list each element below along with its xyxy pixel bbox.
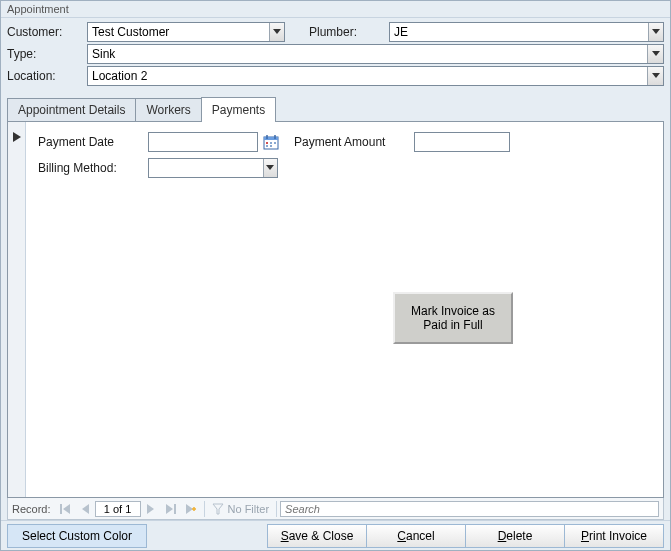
- svg-rect-9: [266, 142, 268, 144]
- filter-indicator[interactable]: No Filter: [208, 503, 274, 515]
- payment-amount-label: Payment Amount: [294, 135, 414, 149]
- chevron-down-icon: [652, 51, 660, 57]
- type-dropdown-button[interactable]: [647, 45, 663, 63]
- record-search-box[interactable]: [280, 501, 659, 517]
- plumber-label: Plumber:: [309, 25, 389, 39]
- svg-rect-11: [274, 142, 276, 144]
- svg-rect-15: [60, 504, 62, 514]
- nav-last-button[interactable]: [161, 499, 181, 519]
- nav-next-icon: [147, 504, 155, 514]
- plumber-input[interactable]: [390, 23, 648, 41]
- record-navigation-bar: Record: No Filter: [7, 498, 664, 520]
- svg-marker-17: [82, 504, 89, 514]
- calendar-icon: [263, 134, 279, 150]
- location-combo[interactable]: [87, 66, 664, 86]
- location-label: Location:: [7, 69, 87, 83]
- appointment-window: Appointment Customer: Plumber: Type:: [0, 0, 671, 551]
- svg-rect-10: [270, 142, 272, 144]
- customer-label: Customer:: [7, 25, 87, 39]
- select-custom-color-button[interactable]: Select Custom Color: [7, 524, 147, 548]
- delete-button[interactable]: Delete: [465, 524, 565, 548]
- plumber-combo[interactable]: [389, 22, 664, 42]
- mark-invoice-paid-button[interactable]: Mark Invoice as Paid in Full: [393, 292, 513, 344]
- cancel-button[interactable]: Cancel: [366, 524, 466, 548]
- svg-rect-20: [174, 504, 176, 514]
- billing-method-input[interactable]: [149, 159, 263, 177]
- nav-new-icon: [186, 504, 196, 514]
- record-selector-bar[interactable]: [8, 122, 26, 497]
- svg-marker-21: [186, 504, 193, 514]
- location-dropdown-button[interactable]: [647, 67, 663, 85]
- nav-new-button[interactable]: [181, 499, 201, 519]
- tab-workers[interactable]: Workers: [135, 98, 201, 121]
- payment-amount-input[interactable]: [414, 132, 510, 152]
- billing-method-dropdown-button[interactable]: [263, 159, 277, 177]
- svg-marker-1: [652, 29, 660, 34]
- type-label: Type:: [7, 47, 87, 61]
- nav-prev-button[interactable]: [75, 499, 95, 519]
- nav-prev-icon: [81, 504, 89, 514]
- no-filter-label: No Filter: [228, 503, 270, 515]
- tab-appointment-details[interactable]: Appointment Details: [7, 98, 136, 121]
- nav-divider: [204, 501, 205, 517]
- record-search-input[interactable]: [281, 502, 658, 516]
- svg-marker-16: [63, 504, 70, 514]
- svg-marker-0: [273, 29, 281, 34]
- plumber-dropdown-button[interactable]: [648, 23, 663, 41]
- chevron-down-icon: [273, 29, 281, 35]
- svg-rect-13: [270, 145, 272, 147]
- nav-next-button[interactable]: [141, 499, 161, 519]
- chevron-down-icon: [266, 165, 274, 171]
- record-nav-label: Record:: [8, 503, 55, 515]
- tab-payments[interactable]: Payments: [201, 97, 276, 122]
- svg-rect-12: [266, 145, 268, 147]
- billing-method-combo[interactable]: [148, 158, 278, 178]
- nav-first-button[interactable]: [55, 499, 75, 519]
- current-record-icon: [13, 132, 21, 142]
- svg-marker-19: [166, 504, 173, 514]
- billing-method-label: Billing Method:: [38, 161, 148, 175]
- header-form: Customer: Plumber: Type:: [1, 18, 670, 94]
- save-close-button[interactable]: Save & Close: [267, 524, 367, 548]
- calendar-picker-button[interactable]: [262, 133, 280, 151]
- svg-marker-14: [266, 165, 274, 170]
- svg-marker-18: [147, 504, 154, 514]
- customer-combo[interactable]: [87, 22, 285, 42]
- customer-dropdown-button[interactable]: [269, 23, 284, 41]
- tab-content-payments: Payment Date Payment Amoun: [7, 122, 664, 498]
- svg-marker-4: [13, 132, 21, 142]
- chevron-down-icon: [652, 29, 660, 35]
- window-title: Appointment: [1, 1, 670, 18]
- record-position-input[interactable]: [95, 501, 141, 517]
- payment-date-input[interactable]: [148, 132, 258, 152]
- nav-first-icon: [60, 504, 70, 514]
- funnel-icon: [212, 503, 224, 515]
- svg-marker-24: [213, 504, 223, 514]
- chevron-down-icon: [652, 73, 660, 79]
- print-invoice-button[interactable]: Print Invoice: [564, 524, 664, 548]
- location-input[interactable]: [88, 67, 647, 85]
- svg-rect-6: [264, 137, 278, 140]
- type-input[interactable]: [88, 45, 647, 63]
- nav-divider: [276, 501, 277, 517]
- type-combo[interactable]: [87, 44, 664, 64]
- nav-last-icon: [166, 504, 176, 514]
- payment-date-label: Payment Date: [38, 135, 148, 149]
- tab-strip: Appointment Details Workers Payments: [7, 96, 664, 122]
- svg-marker-3: [652, 73, 660, 78]
- customer-input[interactable]: [88, 23, 269, 41]
- svg-marker-2: [652, 51, 660, 56]
- footer-bar: Select Custom Color Save & Close Cancel …: [1, 520, 670, 550]
